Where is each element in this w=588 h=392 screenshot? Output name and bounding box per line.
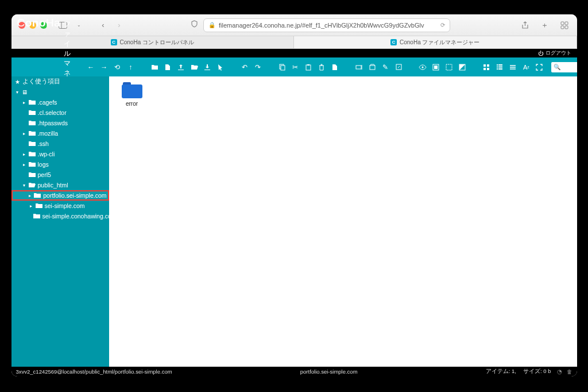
tree-item-label: portfolio.sei-simple.com	[43, 192, 106, 199]
tree-item[interactable]: ▸.mozilla	[11, 128, 109, 139]
file-pane[interactable]: error	[109, 76, 577, 367]
tree-item[interactable]: ▸sei-simple.conohawing.com	[11, 211, 109, 221]
nav-reload-icon[interactable]: ⟲	[113, 63, 121, 71]
folder-icon	[33, 213, 40, 219]
tree-item[interactable]: ▸.htpasswds	[11, 118, 109, 128]
archive-icon[interactable]	[368, 63, 376, 71]
sidebar: ★ よく使う項目 ▾ 🖥 ▸.cagefs▸.cl.selector▸.htpa…	[11, 76, 109, 367]
tree-item-label: .wp-cli	[38, 151, 55, 157]
caret-right-icon: ▸	[29, 193, 32, 198]
upload-icon[interactable]	[177, 63, 185, 71]
folder-icon	[29, 120, 36, 126]
cut-icon[interactable]: ✂	[291, 63, 299, 71]
new-folder-icon[interactable]	[150, 63, 158, 71]
logout-link[interactable]: ログアウト	[546, 49, 571, 57]
status-path: 3xvv2_c1242569@localhost/public_html/por…	[16, 368, 172, 375]
nav-up-icon[interactable]: ↑	[126, 63, 134, 71]
undo-icon[interactable]: ↶	[241, 63, 249, 71]
svg-rect-3	[565, 22, 568, 25]
select-all-icon[interactable]	[432, 63, 440, 71]
address-bar[interactable]: 🔒 filemanager264.conoha.ne.jp/#elf_f1_cH…	[203, 18, 450, 32]
search-input[interactable]	[562, 64, 575, 70]
folder-icon	[29, 99, 36, 105]
tree-item[interactable]: ▸.ssh	[11, 139, 109, 149]
mac-titlebar: ⌄ ‹ › 🔒 filemanager264.conoha.ne.jp/#elf…	[11, 14, 577, 36]
nav-forward-button[interactable]: ›	[114, 20, 125, 31]
status-trash-icon[interactable]: 🗑	[567, 368, 572, 375]
paste-icon[interactable]	[304, 63, 312, 71]
favorites-header[interactable]: ★ よく使う項目	[11, 76, 109, 87]
rename-icon[interactable]	[355, 63, 363, 71]
folder-icon	[29, 130, 36, 136]
view-list-icon[interactable]	[496, 63, 504, 71]
svg-rect-23	[497, 64, 498, 66]
status-size: サイズ: 0 b	[523, 368, 551, 375]
svg-point-14	[422, 66, 424, 68]
nav-back-button[interactable]: ‹	[98, 20, 109, 31]
edit-icon[interactable]: ✎	[381, 63, 389, 71]
download-icon[interactable]	[203, 63, 211, 71]
select-invert-icon[interactable]	[458, 63, 466, 71]
pointer-icon[interactable]	[216, 63, 225, 71]
svg-rect-20	[487, 64, 489, 67]
fullscreen-icon[interactable]	[535, 63, 543, 71]
svg-rect-19	[483, 64, 486, 67]
select-none-icon[interactable]	[445, 63, 453, 71]
search-icon: 🔍	[554, 64, 560, 70]
browser-tab-1[interactable]: C ConoHa ファイルマネージャー	[294, 36, 577, 48]
svg-rect-26	[498, 67, 502, 68]
svg-rect-9	[307, 64, 310, 66]
tree-item-label: public_html	[38, 182, 68, 189]
new-file-icon[interactable]	[164, 63, 172, 71]
tree-item[interactable]: ▸.cagefs	[11, 97, 109, 107]
view-icons-icon[interactable]	[482, 63, 490, 71]
tree-item-label: sei-simple.conohawing.com	[42, 213, 109, 220]
tree-item[interactable]: ▸.cl.selector	[11, 107, 109, 118]
folder-icon	[29, 110, 36, 116]
view-detail-icon[interactable]	[509, 63, 517, 71]
favorites-label: よく使う項目	[22, 78, 60, 86]
shield-icon[interactable]	[188, 18, 200, 30]
svg-rect-10	[356, 66, 361, 69]
tree-item-label: .ssh	[38, 140, 49, 147]
svg-rect-27	[497, 68, 498, 70]
search-box[interactable]: 🔍 ✕	[551, 62, 577, 72]
tree-item[interactable]: ▸perl5	[11, 170, 109, 180]
tab-favicon-icon: C	[111, 39, 117, 45]
folder-icon	[34, 193, 41, 198]
status-items: アイテム: 1,	[486, 368, 516, 375]
caret-right-icon: ▸	[22, 162, 26, 167]
tree-item[interactable]: ▸.wp-cli	[11, 149, 109, 159]
dropdown-caret-icon[interactable]: ⌄	[74, 20, 85, 31]
browser-window: ⌄ ‹ › 🔒 filemanager264.conoha.ne.jp/#elf…	[11, 14, 577, 376]
svg-rect-2	[561, 22, 564, 25]
nav-forward-icon[interactable]: →	[100, 63, 108, 71]
reader-icon[interactable]: ⟳	[440, 22, 445, 28]
folder-item[interactable]: error	[115, 82, 149, 107]
share-icon[interactable]	[520, 20, 531, 31]
tab-favicon-icon: C	[390, 39, 397, 45]
resize-icon[interactable]	[394, 63, 403, 71]
tree-item[interactable]: ▸portfolio.sei-simple.com	[11, 190, 109, 201]
root-node[interactable]: ▾ 🖥	[11, 87, 109, 97]
new-tab-icon[interactable]: ＋	[539, 20, 551, 31]
tab-label: ConoHa ファイルマネージャー	[400, 39, 479, 47]
nav-back-icon[interactable]: ←	[87, 63, 95, 71]
preview-icon[interactable]	[419, 63, 427, 71]
tree-item[interactable]: ▸logs	[11, 159, 109, 170]
tree-item[interactable]: ▾public_html	[11, 180, 109, 190]
redo-icon[interactable]: ↷	[254, 63, 262, 71]
browser-tabs: C ConoHa コントロールパネル C ConoHa ファイルマネージャー	[11, 36, 577, 49]
copy-icon[interactable]	[278, 63, 286, 71]
sort-icon[interactable]: Az	[522, 63, 530, 71]
tabs-overview-icon[interactable]	[559, 20, 570, 31]
duplicate-icon[interactable]	[331, 63, 339, 71]
status-disk-icon[interactable]: ◔	[557, 368, 562, 375]
folder-open-icon	[29, 182, 36, 188]
tab-label: ConoHa コントロールパネル	[120, 39, 194, 47]
tree-item[interactable]: ▸sei-simple.com	[11, 201, 109, 211]
svg-rect-16	[434, 66, 438, 69]
delete-icon[interactable]	[318, 63, 326, 71]
open-icon[interactable]	[190, 63, 198, 71]
url-text: filemanager264.conoha.ne.jp/#elf_f1_cHVi…	[219, 22, 437, 29]
